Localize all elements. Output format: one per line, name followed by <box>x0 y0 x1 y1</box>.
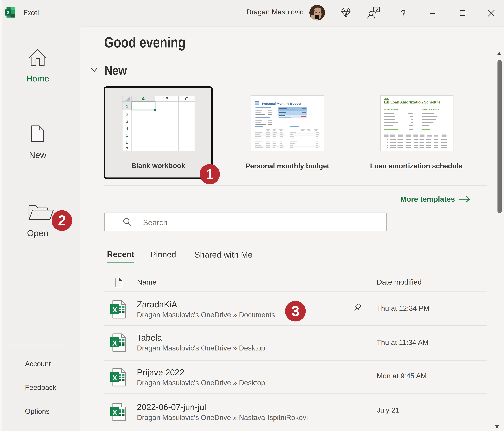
svg-text:7: 7 <box>126 146 128 151</box>
svg-text:Personal Monthly Budget: Personal Monthly Budget <box>262 102 301 105</box>
svg-text:X: X <box>112 339 117 347</box>
svg-text:6: 6 <box>126 140 128 145</box>
svg-text:B: B <box>165 96 168 101</box>
svg-text:X: X <box>6 9 10 15</box>
svg-text:Loan Summary: Loan Summary <box>422 108 439 111</box>
svg-text:X: X <box>112 306 117 314</box>
svg-text:Loan Amortization Schedule: Loan Amortization Schedule <box>390 100 441 104</box>
svg-text:X: X <box>112 409 117 417</box>
svg-text:5: 5 <box>126 133 128 138</box>
svg-text:3: 3 <box>126 119 128 124</box>
svg-text:A: A <box>142 96 145 101</box>
svg-text:X: X <box>112 374 117 382</box>
svg-text:Enter Values: Enter Values <box>384 108 398 111</box>
svg-text:1: 1 <box>126 104 128 109</box>
svg-text:C: C <box>185 96 188 101</box>
svg-text:4: 4 <box>126 126 128 131</box>
svg-text:2: 2 <box>126 112 128 117</box>
